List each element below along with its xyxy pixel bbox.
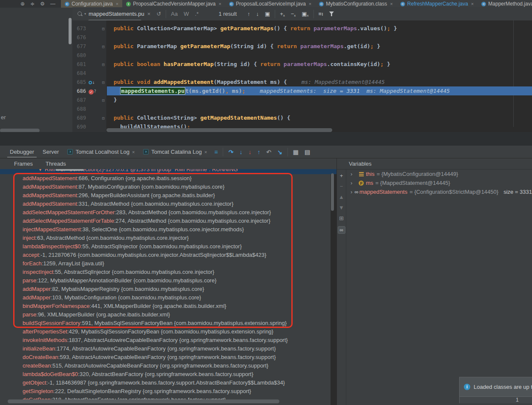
editor-tab[interactable]: CMybatisConfiguration.class×	[315, 0, 397, 8]
expand-chevron-icon[interactable]: ›	[351, 178, 357, 187]
debugger-tab-tomcat-catalina-log[interactable]: ›Tomcat Catalina Log×	[139, 146, 211, 158]
restore-layout-icon[interactable]: ≡	[211, 149, 221, 155]
remove-occurrence-button[interactable]: −x	[288, 11, 299, 17]
stack-frame-row[interactable]: forEach:1259, ArrayList {java.util}	[0, 259, 331, 268]
step-into-icon[interactable]: ↓	[236, 149, 245, 155]
stack-frame-row[interactable]: getObject:-1, 1184636987 {org.springfram…	[0, 379, 331, 387]
stack-frame-row[interactable]: bindMapperForNamespace:441, XMLMapperBui…	[0, 302, 331, 310]
stack-frame-row[interactable]: addSelectMappedStatementForOther:283, Ab…	[0, 208, 331, 217]
subtab-frames[interactable]: Frames	[14, 161, 33, 167]
navigate-icon[interactable]: ⊕	[20, 1, 25, 6]
thread-dropdown-icon[interactable]: ▾	[39, 169, 41, 172]
remove-watch-icon[interactable]: −	[340, 184, 343, 189]
editor-tab[interactable]: CRefreshMapperCache.java×	[397, 0, 477, 8]
close-tab-icon[interactable]: ×	[390, 1, 393, 6]
stack-frame-row[interactable]: addMapper:103, MybatisConfiguration {com…	[0, 293, 331, 302]
stack-frame-row[interactable]: afterPropertiesSet:429, MybatisSqlSessio…	[0, 327, 331, 336]
layout-settings-icon[interactable]: ▤	[302, 149, 313, 155]
editor-line[interactable]: 684	[72, 69, 532, 78]
duplicate-icon[interactable]: ⊞	[339, 215, 344, 221]
stack-frame-row[interactable]: initializeBean:1774, AbstractAutowireCap…	[0, 345, 331, 353]
run-to-cursor-icon[interactable]: ↘	[274, 149, 285, 155]
stack-frame-row[interactable]: buildSqlSessionFactory:591, MybatisSqlSe…	[0, 319, 331, 327]
next-occurrence-button[interactable]: ↓	[253, 11, 262, 17]
stack-frame-row[interactable]: accept:-1, 212870676 {com.baomidou.mybat…	[0, 251, 331, 259]
thread-selector-row[interactable]: ▾RMI TCP Connection(2)-127.0.0.1 @1,373 …	[0, 169, 336, 174]
stack-frame-row[interactable]: inspectInject:55, AbstractSqlInjector {c…	[0, 268, 331, 276]
stack-frame-row[interactable]: addMappedStatement:87, MybatisConfigurat…	[0, 183, 331, 191]
subtab-threads[interactable]: Threads	[46, 161, 66, 167]
editor-line[interactable]: 676	[72, 33, 532, 42]
stack-frame-row[interactable]: addMapper:82, MybatisMapperRegistry {com…	[0, 285, 331, 293]
hide-window-icon[interactable]: —	[50, 1, 55, 6]
stack-frame-row[interactable]: addMappedStatement:296, MapperBuilderAss…	[0, 191, 331, 200]
debugger-tab-server[interactable]: Server	[38, 146, 63, 158]
frames-horizontal-scrollbar[interactable]	[8, 399, 279, 403]
select-all-occurrences-button[interactable]: ▣x	[299, 11, 311, 17]
stack-frame-row[interactable]: lambda$inspectInject$0:55, AbstractSqlIn…	[0, 242, 331, 251]
editor-horizontal-scrollbar[interactable]	[106, 128, 332, 132]
add-watch-icon[interactable]: +	[340, 173, 343, 178]
editor-tab[interactable]: CConfiguration.java×	[61, 0, 122, 8]
variable-row[interactable]: ›this= {MybatisConfiguration@14449}	[346, 169, 532, 178]
fold-marker[interactable]: ⊟	[100, 78, 107, 87]
close-tab-icon[interactable]: ×	[204, 149, 207, 155]
editor-line[interactable]: 681⊟ public boolean hasParameterMap(Stri…	[72, 60, 532, 69]
close-tab-icon[interactable]: ×	[219, 1, 221, 6]
stack-frame-row[interactable]: addSelectMappedStatementForTable:274, Ab…	[0, 217, 331, 225]
close-tab-icon[interactable]: ×	[132, 149, 135, 155]
search-filter-icon[interactable]	[329, 11, 334, 16]
move-down-icon[interactable]: ▼	[339, 205, 344, 210]
clear-search-icon[interactable]: ×	[144, 11, 154, 17]
fold-marker[interactable]: ⊟	[100, 114, 107, 123]
breakpoint-icon[interactable]: ✓	[89, 89, 94, 95]
stack-frame-row[interactable]: parse:122, MybatisMapperAnnotationBuilde…	[0, 276, 331, 285]
search-history-chevron-icon[interactable]: ▾	[84, 12, 86, 16]
notification-balloon[interactable]: i Loaded classes are up t	[459, 377, 532, 397]
editor-line[interactable]: 689⊟ public Collection<String> getMapped…	[72, 113, 532, 122]
editor-tab[interactable]: IProposalCachedVersionMapper.java×	[122, 0, 225, 8]
stack-frame-row[interactable]: invokeInitMethods:1837, AbstractAutowire…	[0, 336, 331, 345]
show-execution-point-icon[interactable]: ↷	[225, 149, 236, 155]
stack-frame-row[interactable]: addMappedStatement:331, AbstractMethod {…	[0, 200, 331, 208]
debugger-tab-tomcat-localhost-log[interactable]: ›Tomcat Localhost Log×	[63, 146, 139, 158]
editor-line[interactable]: 688	[72, 104, 532, 113]
evaluate-expression-icon[interactable]: ▦	[290, 149, 302, 155]
compare-icon[interactable]: ≑	[30, 1, 35, 6]
preserve-case-toggle[interactable]: ≡ı	[316, 11, 326, 17]
stack-frame-row[interactable]: doCreateBean:593, AbstractAutowireCapabl…	[0, 353, 331, 362]
step-out-icon[interactable]: ↑	[254, 149, 263, 155]
fold-marker[interactable]: ⊟	[100, 42, 107, 51]
editor-tab[interactable]: CMapperMethod.java×	[477, 0, 532, 8]
stack-frame-row[interactable]: inject:63, AbstractMethod {com.baomidou.…	[0, 234, 331, 242]
frames-vertical-scrollbar[interactable]	[331, 173, 334, 211]
code-editor[interactable]: 673⊟ public Collection<ParameterMap> get…	[72, 20, 532, 132]
search-input[interactable]: mappedStatements.pu	[89, 11, 144, 17]
variable-row[interactable]: ›pms= {MappedStatement@14445}	[346, 178, 532, 187]
drop-frame-icon[interactable]: ↶	[263, 149, 274, 155]
match-case-toggle[interactable]: Aa	[168, 11, 181, 17]
editor-line[interactable]: 685↓⊟ public void addMappedStatement(Map…	[72, 78, 532, 86]
fold-marker[interactable]: ⊟	[100, 24, 107, 33]
left-panel-vertical-scrollbar[interactable]	[69, 18, 72, 44]
editor-line[interactable]: 680	[72, 51, 532, 60]
previous-occurrence-button[interactable]: ↑	[244, 11, 253, 17]
stack-frame-row[interactable]: lambda$doGetBean$0:320, AbstractBeanFact…	[0, 370, 331, 379]
close-tab-icon[interactable]: ×	[116, 1, 118, 6]
editor-line[interactable]: 686✓? mappedStatements.put(ms.getId(), m…	[72, 86, 532, 95]
move-up-icon[interactable]: ▲	[339, 194, 344, 200]
debugger-tab-debugger[interactable]: Debugger	[6, 146, 38, 158]
stack-frame-row[interactable]: createBean:515, AbstractAutowireCapableB…	[0, 362, 331, 370]
close-tab-icon[interactable]: ×	[471, 1, 474, 6]
editor-line[interactable]: 677⊟ public ParameterMap getParameterMap…	[72, 42, 532, 51]
settings-gear-icon[interactable]: ⚙	[40, 1, 45, 6]
fold-marker[interactable]: ⊟	[100, 96, 107, 105]
regex-toggle[interactable]: .*	[192, 11, 202, 17]
fold-marker[interactable]: ⊟	[100, 60, 107, 69]
editor-tab[interactable]: CProposalLocalServiceImpl.java×	[225, 0, 316, 8]
stack-frame-row[interactable]: addMappedStatement:686, Configuration {o…	[0, 174, 331, 183]
expand-chevron-icon[interactable]: ›	[351, 169, 357, 178]
variable-row[interactable]: ›∞mappedStatements= {Configuration$Stric…	[346, 187, 532, 196]
show-watches-icon[interactable]: ∞	[338, 226, 345, 234]
editor-line[interactable]: 687⊟ }	[72, 95, 532, 104]
